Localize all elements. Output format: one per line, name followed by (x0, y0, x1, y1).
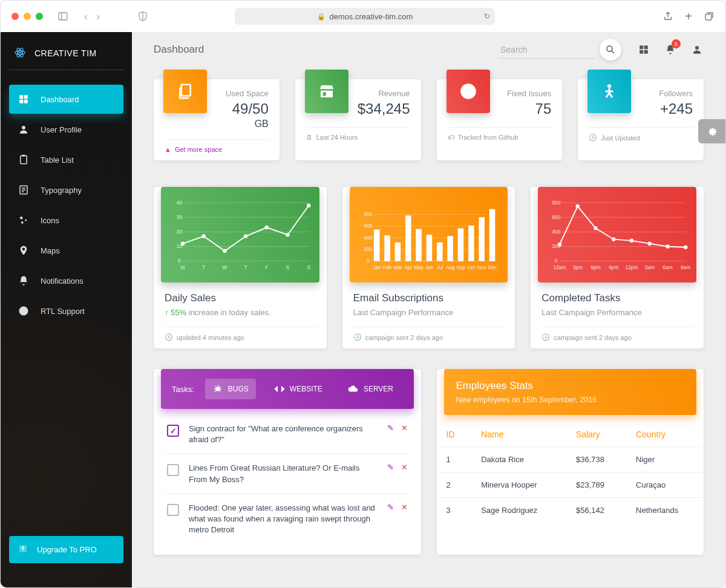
tab-bugs[interactable]: BUGS (205, 379, 256, 399)
settings-fab[interactable] (698, 119, 725, 143)
svg-point-51 (307, 204, 311, 208)
table-row: 3Sage Rodriguez$56,142Netherlands (437, 498, 704, 523)
svg-text:F: F (265, 264, 268, 270)
edit-icon[interactable]: ✎ (387, 463, 394, 472)
person-icon (18, 123, 30, 136)
svg-point-34 (607, 84, 611, 88)
tag-icon: 🏷 (448, 134, 454, 141)
sidebar-item-label: Maps (41, 246, 60, 255)
svg-point-110 (684, 245, 688, 249)
svg-point-47 (223, 249, 227, 253)
sidebar-item-notifications[interactable]: Notifications (9, 266, 123, 295)
clipboard-icon (18, 154, 30, 166)
grid-icon (638, 44, 649, 55)
sidebar-item-label: Dashboard (41, 95, 79, 104)
sidebar-item-rtl-support[interactable]: RTL Support (9, 296, 123, 325)
location-icon (18, 244, 30, 256)
share-icon[interactable] (662, 11, 673, 22)
svg-rect-75 (405, 215, 411, 261)
svg-text:Apr: Apr (404, 264, 412, 270)
tab-website[interactable]: WEBSITE (267, 379, 330, 399)
svg-text:W: W (222, 264, 227, 270)
new-tab-icon[interactable]: + (683, 11, 694, 22)
svg-rect-71 (384, 235, 390, 261)
svg-point-104 (576, 204, 580, 209)
search-input[interactable] (498, 41, 595, 59)
sidebar-item-user-profile[interactable]: User Profile (9, 115, 123, 144)
sidebar-item-dashboard[interactable]: Dashboard (9, 85, 123, 114)
svg-rect-30 (182, 85, 191, 96)
chart-header: 0200400600800JanFebMarAprMayJunJulAugSep… (350, 187, 508, 283)
brand[interactable]: CREATIVE TIM (9, 39, 123, 70)
tabs-icon[interactable] (704, 11, 715, 22)
profile-button[interactable] (690, 43, 704, 56)
sidebar-item-table-list[interactable]: Table List (9, 145, 123, 174)
shield-icon[interactable] (137, 11, 148, 22)
edit-icon[interactable]: ✎ (387, 423, 394, 433)
dashboard-icon-button[interactable] (637, 43, 650, 56)
svg-rect-87 (468, 226, 474, 261)
svg-text:T: T (202, 264, 205, 270)
svg-text:Aug: Aug (445, 264, 454, 270)
svg-point-119 (215, 387, 220, 391)
sidebar-toggle-icon[interactable] (57, 11, 68, 22)
stat-footer-link[interactable]: Get more space (175, 146, 222, 153)
svg-text:Sep: Sep (456, 264, 465, 270)
svg-rect-81 (437, 243, 443, 261)
table-cell: $36,738 (566, 447, 626, 472)
upgrade-icon (18, 543, 28, 556)
sidebar-item-typography[interactable]: Typography (9, 175, 123, 204)
reload-icon[interactable]: ↻ (484, 12, 490, 21)
sidebar-item-label: RTL Support (41, 307, 85, 316)
edit-icon[interactable]: ✎ (387, 503, 394, 512)
calendar-icon: 🗓 (306, 134, 313, 141)
stat-sub: GB (165, 119, 269, 129)
svg-text:9am: 9am (681, 264, 690, 270)
svg-text:May: May (414, 264, 424, 270)
task-checkbox[interactable] (167, 464, 179, 476)
url-bar[interactable]: 🔒 demos.creative-tim.com ↻ (235, 8, 495, 25)
svg-point-11 (22, 126, 25, 129)
notifications-button[interactable]: 5 (664, 43, 677, 56)
window-minimize[interactable] (24, 13, 31, 20)
svg-point-107 (630, 239, 634, 243)
table-row: 2Minerva Hooper$23,789Curaçao (437, 472, 704, 498)
svg-point-108 (648, 241, 652, 246)
svg-text:12am: 12am (554, 264, 566, 270)
svg-point-106 (612, 237, 616, 241)
tab-server[interactable]: SERVER (341, 379, 401, 399)
svg-text:M: M (181, 264, 185, 270)
svg-rect-28 (644, 50, 648, 54)
delete-icon[interactable]: ✕ (401, 423, 408, 433)
sidebar-item-maps[interactable]: Maps (9, 236, 123, 265)
page-title: Dashboard (154, 44, 204, 56)
task-row: Lines From Great Russian Literature? Or … (165, 454, 410, 494)
bubbles-icon (18, 214, 30, 226)
svg-text:6am: 6am (663, 264, 673, 270)
svg-point-46 (201, 234, 206, 238)
svg-text:Oct: Oct (467, 264, 476, 270)
search-button[interactable] (600, 39, 621, 60)
svg-text:Feb: Feb (383, 264, 392, 270)
delete-icon[interactable]: ✕ (401, 503, 408, 512)
task-checkbox[interactable] (167, 425, 179, 437)
delete-icon[interactable]: ✕ (401, 463, 408, 472)
svg-text:600: 600 (364, 223, 372, 229)
sidebar-item-icons[interactable]: Icons (9, 206, 123, 235)
search-icon (605, 44, 616, 55)
svg-point-45 (181, 241, 185, 246)
nav-back-icon[interactable]: ‹ (84, 10, 88, 23)
task-row: Flooded: One year later, assessing what … (165, 494, 410, 544)
window-maximize[interactable] (36, 13, 43, 20)
nav-forward-icon[interactable]: › (96, 10, 100, 23)
window-close[interactable] (11, 13, 19, 20)
task-checkbox[interactable] (167, 504, 179, 516)
upgrade-label: Upgrade To PRO (37, 545, 97, 554)
tasks-label: Tasks: (172, 385, 194, 394)
table-cell: Curaçao (626, 472, 704, 498)
clock-icon: 🕓 (589, 134, 597, 142)
globe-icon (18, 305, 30, 317)
upgrade-button[interactable]: Upgrade To PRO (9, 536, 123, 563)
table-header: Name (471, 422, 566, 447)
chart-card-email-subscriptions: 0200400600800JanFebMarAprMayJunJulAugSep… (342, 187, 515, 348)
